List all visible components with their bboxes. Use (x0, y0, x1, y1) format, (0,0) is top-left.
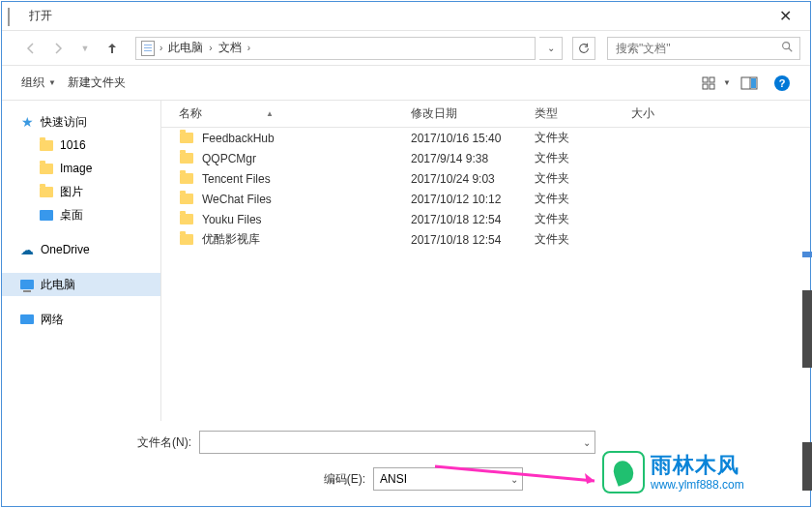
main-area: ★ 快速访问 1016 Image 图片 桌面 ☁ OneDr (2, 101, 810, 421)
chevron-down-icon: ▼ (48, 78, 56, 87)
sort-indicator: ▲ (266, 109, 274, 118)
file-type: 文件夹 (535, 130, 631, 146)
annotation-arrow (435, 468, 609, 474)
sidebar-item-image[interactable]: Image (2, 157, 160, 180)
search-icon[interactable] (780, 40, 794, 57)
back-button[interactable] (19, 37, 43, 60)
pc-icon (19, 277, 35, 292)
up-button[interactable] (101, 37, 124, 60)
file-row[interactable]: WeChat Files2017/10/12 10:12文件夹 (161, 189, 810, 209)
path-folder-icon (140, 41, 156, 56)
column-headers: 名称 ▲ 修改日期 类型 大小 (161, 101, 810, 128)
scrollbar-thumb[interactable] (802, 290, 812, 368)
scrollbar-marker (802, 252, 812, 257)
sidebar-item-thispc[interactable]: 此电脑 (2, 273, 160, 296)
preview-pane-button[interactable] (735, 72, 764, 95)
organize-label: 组织 (21, 75, 44, 91)
file-name: FeedbackHub (202, 132, 275, 145)
file-date: 2017/10/18 12:54 (411, 213, 535, 226)
folder-icon (39, 184, 54, 199)
svg-rect-3 (710, 77, 714, 82)
file-type: 文件夹 (535, 150, 631, 166)
column-header-size[interactable]: 大小 (631, 105, 810, 122)
folder-icon (179, 192, 194, 207)
file-area: 名称 ▲ 修改日期 类型 大小 FeedbackHub2017/10/16 15… (161, 101, 810, 421)
chevron-down-icon[interactable]: ⌄ (583, 437, 591, 448)
sidebar-item-pictures[interactable]: 图片 (2, 180, 160, 203)
sidebar-item-desktop[interactable]: 桌面 (2, 203, 160, 226)
organize-button[interactable]: 组织 ▼ (15, 71, 62, 95)
help-icon: ? (774, 75, 790, 91)
path-segment-thispc[interactable]: 此电脑 (166, 40, 205, 56)
sidebar-item-onedrive[interactable]: ☁ OneDrive (2, 238, 160, 261)
scrollbar-thumb[interactable] (802, 442, 812, 491)
filename-combo[interactable]: ⌄ (199, 431, 595, 454)
path-segment-documents[interactable]: 文档 (217, 40, 244, 56)
chevron-right-icon[interactable]: › (244, 43, 254, 53)
file-type: 文件夹 (535, 231, 631, 248)
sidebar-item-network[interactable]: 网络 (2, 308, 160, 331)
titlebar: 打开 ✕ (2, 2, 810, 31)
watermark-logo-icon (602, 451, 645, 493)
encoding-value: ANSI (380, 472, 407, 486)
file-type: 文件夹 (535, 170, 631, 187)
sidebar-item-label: OneDrive (41, 243, 90, 256)
svg-line-9 (435, 466, 594, 481)
folder-icon (179, 232, 194, 248)
sidebar-item-label: 桌面 (60, 207, 83, 224)
close-button[interactable]: ✕ (766, 7, 804, 25)
folder-icon (179, 151, 194, 166)
file-name: WeChat Files (202, 193, 272, 206)
file-date: 2017/10/12 10:12 (411, 193, 535, 206)
view-options-button[interactable]: ▼ (702, 72, 731, 95)
sidebar-item-1016[interactable]: 1016 (2, 134, 160, 157)
window-title: 打开 (29, 8, 766, 24)
app-icon (8, 9, 23, 24)
svg-rect-2 (703, 77, 708, 82)
chevron-right-icon[interactable]: › (156, 43, 166, 53)
toolbar: 组织 ▼ 新建文件夹 ▼ ? (2, 66, 810, 101)
file-type: 文件夹 (535, 191, 631, 207)
sidebar-item-quick-access[interactable]: ★ 快速访问 (2, 110, 160, 134)
svg-rect-5 (710, 84, 714, 89)
file-date: 2017/10/18 12:54 (411, 233, 535, 247)
file-row[interactable]: Youku Files2017/10/18 12:54文件夹 (161, 209, 810, 229)
sidebar: ★ 快速访问 1016 Image 图片 桌面 ☁ OneDr (2, 101, 161, 421)
file-name: Tencent Files (202, 172, 271, 186)
svg-rect-8 (751, 78, 756, 88)
address-bar[interactable]: › 此电脑 › 文档 › (135, 37, 536, 60)
sidebar-item-label: 快速访问 (41, 114, 87, 131)
file-row[interactable]: QQPCMgr2017/9/14 9:38文件夹 (161, 148, 810, 168)
new-folder-button[interactable]: 新建文件夹 (62, 71, 131, 95)
watermark: 雨林木风 www.ylmf888.com (598, 438, 806, 506)
file-date: 2017/9/14 9:38 (411, 152, 535, 165)
recent-dropdown[interactable]: ▼ (73, 37, 97, 60)
search-box[interactable] (607, 37, 800, 60)
sidebar-item-label: Image (60, 162, 92, 175)
file-name: QQPCMgr (202, 152, 256, 165)
column-label: 名称 (179, 105, 202, 122)
svg-rect-4 (703, 84, 708, 89)
watermark-text: 雨林木风 (651, 453, 744, 478)
desktop-icon (39, 207, 54, 223)
folder-icon (39, 137, 54, 153)
column-label: 类型 (535, 106, 558, 120)
file-row[interactable]: 优酷影视库2017/10/18 12:54文件夹 (161, 229, 810, 250)
refresh-button[interactable] (572, 37, 595, 60)
forward-button[interactable] (46, 37, 70, 60)
chevron-right-icon[interactable]: › (205, 43, 216, 53)
column-header-date[interactable]: 修改日期 (411, 105, 535, 122)
encoding-label: 编码(E): (17, 471, 365, 488)
folder-icon (179, 171, 194, 187)
column-header-type[interactable]: 类型 (535, 105, 631, 122)
address-history-dropdown[interactable]: ⌄ (539, 37, 563, 60)
file-row[interactable]: FeedbackHub2017/10/16 15:40文件夹 (161, 128, 810, 148)
file-list[interactable]: FeedbackHub2017/10/16 15:40文件夹QQPCMgr201… (161, 128, 810, 421)
file-row[interactable]: Tencent Files2017/10/24 9:03文件夹 (161, 168, 810, 189)
help-button[interactable]: ? (768, 72, 797, 95)
network-icon (19, 312, 35, 327)
search-input[interactable] (614, 41, 794, 56)
column-header-name[interactable]: 名称 ▲ (161, 105, 411, 122)
sidebar-item-label: 图片 (60, 184, 83, 200)
cloud-icon: ☁ (19, 242, 35, 257)
